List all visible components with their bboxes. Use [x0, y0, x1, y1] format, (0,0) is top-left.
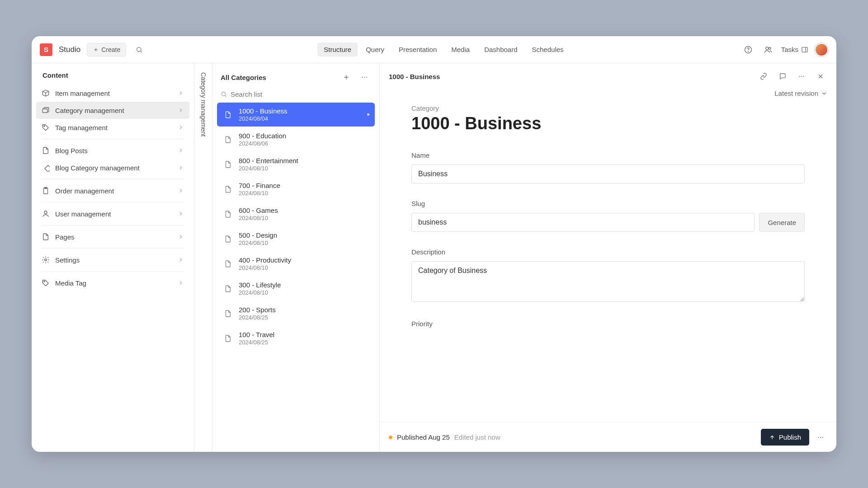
svg-point-25 — [803, 76, 804, 77]
editor-body: Category 1000 - Business Name Slug Gener… — [380, 100, 836, 422]
list-item-date: 2024/08/04 — [239, 115, 288, 122]
description-textarea[interactable] — [411, 261, 805, 302]
sidebar-divider — [42, 139, 184, 139]
list-item-title: 1000 - Business — [239, 107, 288, 115]
help-button[interactable] — [741, 43, 755, 56]
sidebar-item[interactable]: Settings — [36, 251, 189, 268]
svg-rect-8 — [42, 109, 47, 113]
gear-icon — [42, 256, 50, 264]
list-item-title: 500 - Design — [239, 231, 277, 239]
list-item[interactable]: 400 - Productivity2024/08/10 — [217, 252, 375, 276]
list-item[interactable]: 900 - Education2024/08/06 — [217, 127, 375, 151]
sidebar-item-label: Tag management — [55, 124, 108, 131]
category-label: Category — [411, 104, 805, 112]
body: Content Item managementCategory manageme… — [32, 63, 836, 452]
list-item[interactable]: 300 - Lifestyle2024/08/10 — [217, 277, 375, 300]
svg-point-20 — [366, 77, 367, 78]
sidebar-item[interactable]: Pages — [36, 228, 189, 245]
document-icon — [222, 209, 233, 220]
chevron-right-icon — [178, 211, 184, 217]
svg-point-18 — [362, 77, 363, 78]
tasks-button[interactable]: Tasks — [781, 46, 808, 53]
topbar: S Studio ＋ Create StructureQueryPresenta… — [32, 36, 836, 63]
vertical-tab[interactable]: Category management — [194, 63, 212, 452]
publish-button[interactable]: Publish — [761, 429, 809, 446]
list-item[interactable]: 100 - Travel2024/08/25 — [217, 326, 375, 350]
comment-button[interactable] — [776, 70, 789, 83]
list-item-date: 2024/08/06 — [239, 140, 286, 147]
chevron-right-icon — [178, 280, 184, 286]
add-category-button[interactable] — [340, 70, 353, 84]
slug-label: Slug — [411, 200, 805, 207]
list-item-title: 800 - Entertainment — [239, 157, 298, 164]
top-nav-item[interactable]: Query — [359, 42, 391, 56]
published-status: Published Aug 25 — [397, 433, 450, 441]
slug-input[interactable] — [411, 213, 755, 232]
priority-field-group: Priority — [411, 320, 805, 328]
description-field-group: Description — [411, 248, 805, 304]
users-button[interactable] — [761, 43, 775, 56]
panel-icon — [801, 46, 808, 53]
sidebar-item-label: Blog Posts — [55, 147, 88, 155]
sidebar-divider — [42, 179, 184, 179]
editor-more-button[interactable] — [795, 70, 808, 83]
sidebar-item-label: Blog Category management — [55, 164, 140, 172]
create-button[interactable]: ＋ Create — [87, 43, 126, 56]
list-item[interactable]: 500 - Design2024/08/10 — [217, 227, 375, 251]
chevron-right-icon — [178, 147, 184, 154]
category-list-header: All Categories — [212, 63, 379, 88]
vertical-tab-label: Category management — [200, 72, 207, 136]
list-item[interactable]: 600 - Games2024/08/10 — [217, 202, 375, 226]
sidebar-item-label: Item management — [55, 89, 110, 97]
top-nav-item[interactable]: Media — [445, 42, 476, 56]
svg-point-9 — [44, 126, 45, 127]
sidebar-item[interactable]: User management — [36, 205, 189, 222]
svg-point-21 — [222, 92, 225, 96]
sidebar-item[interactable]: Blog Category management — [36, 159, 189, 176]
document-icon — [222, 134, 233, 145]
sidebar-item[interactable]: Blog Posts — [36, 142, 189, 159]
list-item[interactable]: 800 - Entertainment2024/08/10 — [217, 152, 375, 176]
top-nav-item[interactable]: Structure — [317, 42, 358, 56]
close-editor-button[interactable] — [814, 70, 827, 83]
svg-point-14 — [45, 259, 47, 261]
create-label: Create — [101, 46, 120, 53]
editor-footer: Published Aug 25 Edited just now Publish — [380, 422, 836, 452]
top-nav-item[interactable]: Presentation — [392, 42, 443, 56]
top-nav: StructureQueryPresentationMediaDashboard… — [152, 42, 735, 56]
list-more-button[interactable] — [358, 70, 371, 84]
sidebar-item-label: Media Tag — [55, 279, 86, 287]
clipboard-icon — [42, 187, 50, 195]
avatar[interactable] — [815, 43, 828, 56]
plus-icon — [343, 74, 350, 81]
top-nav-item[interactable]: Schedules — [526, 42, 570, 56]
category-list-panel: All Categories 1000 - Business2024/08/04… — [212, 63, 380, 452]
sidebar-item[interactable]: Media Tag — [36, 274, 189, 291]
category-search-input[interactable] — [231, 90, 371, 98]
search-icon — [136, 46, 143, 53]
name-input[interactable] — [411, 164, 805, 183]
list-item[interactable]: 700 - Finance2024/08/10 — [217, 177, 375, 201]
link-icon — [760, 73, 767, 80]
sidebar-item[interactable]: Tag management — [36, 119, 189, 136]
link-button[interactable] — [757, 70, 770, 83]
brand-name: Studio — [59, 45, 80, 54]
category-list-title: All Categories — [221, 74, 335, 81]
list-item[interactable]: 1000 - Business2024/08/04 — [217, 103, 375, 127]
top-nav-item[interactable]: Dashboard — [478, 42, 524, 56]
sidebar-item[interactable]: Category management — [36, 102, 189, 119]
publish-more-button[interactable] — [814, 431, 827, 444]
svg-point-23 — [799, 76, 800, 77]
sidebar-item[interactable]: Order management — [36, 182, 189, 199]
edited-status: Edited just now — [454, 433, 500, 441]
search-button[interactable] — [132, 43, 146, 56]
sidebar-item-label: Pages — [55, 233, 75, 241]
list-item-title: 900 - Education — [239, 132, 286, 140]
revision-selector[interactable]: Latest revision — [380, 89, 836, 100]
tag-icon — [42, 279, 50, 287]
sidebar-item[interactable]: Item management — [36, 84, 189, 102]
name-label: Name — [411, 151, 805, 159]
list-item-date: 2024/08/10 — [239, 165, 298, 172]
list-item[interactable]: 200 - Sports2024/08/25 — [217, 301, 375, 325]
generate-button[interactable]: Generate — [759, 213, 805, 232]
